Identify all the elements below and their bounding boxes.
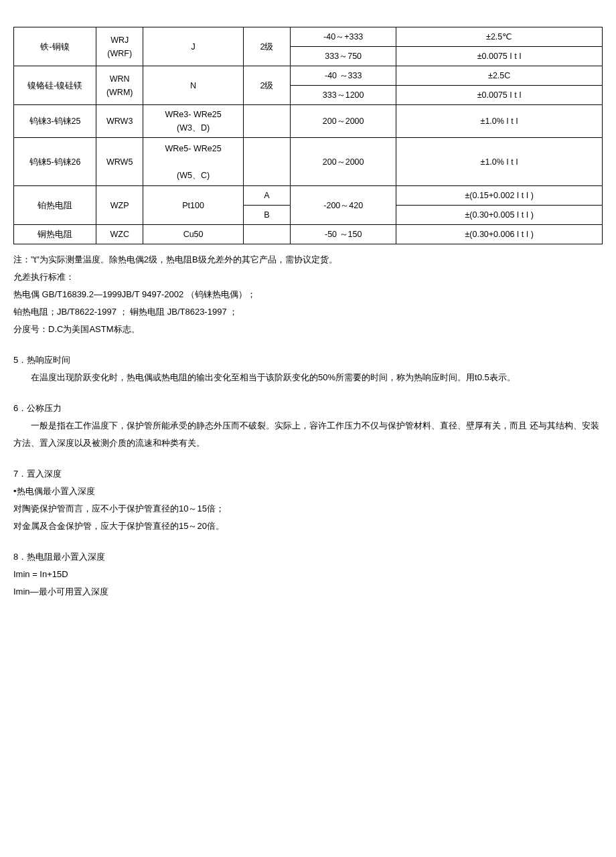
- cell-model: WRN (WRM): [96, 66, 143, 105]
- table-row: 铜热电阻 WZC Cu50 -50 ～150 ±(0.30+0.006 I t …: [14, 225, 603, 244]
- cell-grade: A: [243, 186, 290, 206]
- cell-grade: 2级: [243, 27, 290, 66]
- cell-name: 铁-铜镍: [14, 27, 96, 66]
- section-line: 对金属及合金保护管，应大于保护管直径的15～20倍。: [13, 518, 603, 535]
- cell-range: -200～420: [291, 186, 396, 225]
- spec-table: 铁-铜镍 WRJ (WRF) J 2级 -40～+333 ±2.5℃ 333～7…: [13, 27, 603, 244]
- section-body: 一般是指在工作温度下，保护管所能承受的静态外压而不破裂。实际上，容许工作压力不仅…: [13, 417, 603, 452]
- cell-grade: [243, 138, 290, 186]
- section-7: 7．置入深度 •热电偶最小置入深度 对陶瓷保护管而言，应不小于保护管直径的10～…: [13, 465, 603, 535]
- cell-tol: ±(0.30+0.006 I t I ): [396, 225, 603, 244]
- section-8: 8．热电阻最小置入深度 Imin = In+15D Imin—最小可用置入深度: [13, 548, 603, 601]
- table-row: 铁-铜镍 WRJ (WRF) J 2级 -40～+333 ±2.5℃: [14, 27, 603, 47]
- table-row: 钨铼3-钨铼25 WRW3 WRe3- WRe25 (W3、D) 200～200…: [14, 105, 603, 138]
- cell-tol: ±0.0075 I t I: [396, 47, 603, 66]
- note-line: 铂热电阻；JB/T8622-1997 ； 铜热电阻 JB/T8623-1997 …: [13, 303, 603, 321]
- table-row: 铂热电阻 WZP Pt100 A -200～420 ±(0.15+0.002 I…: [14, 186, 603, 206]
- cell-name: 铂热电阻: [14, 186, 96, 225]
- cell-tol: ±1.0% I t I: [396, 138, 603, 186]
- cell-grad: J: [143, 27, 243, 66]
- cell-grad: WRe3- WRe25 (W3、D): [143, 105, 243, 138]
- cell-model: WRW3: [96, 105, 143, 138]
- cell-range: 200～2000: [291, 105, 396, 138]
- table-row: 镍铬硅-镍硅镁 WRN (WRM) N 2级 -40 ～333 ±2.5C: [14, 66, 603, 86]
- cell-tol: ±1.0% I t I: [396, 105, 603, 138]
- table-row: 钨铼5-钨铼26 WRW5 WRe5- WRe25 (W5、C) 200～200…: [14, 138, 603, 186]
- cell-range: -40～+333: [291, 27, 396, 47]
- note-line: 注："t"为实际测量温度。除热电偶2级，热电阻B级允差外的其它产品，需协议定货。: [13, 251, 603, 268]
- cell-name: 铜热电阻: [14, 225, 96, 244]
- section-line: 对陶瓷保护管而言，应不小于保护管直径的10～15倍；: [13, 500, 603, 518]
- section-line: Imin = In+15D: [13, 566, 603, 583]
- section-line: Imin—最小可用置入深度: [13, 583, 603, 601]
- cell-tol: ±2.5℃: [396, 27, 603, 47]
- section-sub: •热电偶最小置入深度: [13, 483, 603, 500]
- section-title: 7．置入深度: [13, 465, 603, 483]
- cell-tol: ±0.0075 I t I: [396, 86, 603, 105]
- section-title: 5．热响应时间: [13, 352, 603, 369]
- cell-grade: [243, 225, 290, 244]
- cell-model: WRJ (WRF): [96, 27, 143, 66]
- cell-range: -40 ～333: [291, 66, 396, 86]
- cell-tol: ±(0.30+0.005 I t I ): [396, 206, 603, 225]
- cell-name: 钨铼5-钨铼26: [14, 138, 96, 186]
- cell-model: WRW5: [96, 138, 143, 186]
- cell-range: 200～2000: [291, 138, 396, 186]
- section-6: 6．公称压力 一般是指在工作温度下，保护管所能承受的静态外压而不破裂。实际上，容…: [13, 400, 603, 452]
- cell-grad: Cu50: [143, 225, 243, 244]
- notes-block: 注："t"为实际测量温度。除热电偶2级，热电阻B级允差外的其它产品，需协议定货。…: [13, 251, 603, 338]
- cell-range: 333～750: [291, 47, 396, 66]
- section-title: 8．热电阻最小置入深度: [13, 548, 603, 566]
- cell-name: 钨铼3-钨铼25: [14, 105, 96, 138]
- section-body: 在温度出现阶跃变化时，热电偶或热电阻的输出变化至相当于该阶跃变化的50%所需要的…: [13, 369, 603, 386]
- cell-grade: 2级: [243, 66, 290, 105]
- cell-range: 333～1200: [291, 86, 396, 105]
- section-5: 5．热响应时间 在温度出现阶跃变化时，热电偶或热电阻的输出变化至相当于该阶跃变化…: [13, 352, 603, 386]
- cell-grad: WRe5- WRe25 (W5、C): [143, 138, 243, 186]
- cell-grade: B: [243, 206, 290, 225]
- cell-model: WZC: [96, 225, 143, 244]
- note-line: 分度号：D.C为美国ASTM标志。: [13, 321, 603, 338]
- section-title: 6．公称压力: [13, 400, 603, 417]
- cell-grad: N: [143, 66, 243, 105]
- cell-grade: [243, 105, 290, 138]
- cell-model: WZP: [96, 186, 143, 225]
- cell-name: 镍铬硅-镍硅镁: [14, 66, 96, 105]
- cell-tol: ±(0.15+0.002 I t I ): [396, 186, 603, 206]
- cell-range: -50 ～150: [291, 225, 396, 244]
- cell-grad: Pt100: [143, 186, 243, 225]
- note-line: 允差执行标准：: [13, 268, 603, 286]
- cell-tol: ±2.5C: [396, 66, 603, 86]
- note-line: 热电偶 GB/T16839.2—1999JB/T 9497-2002 （钨铼热电…: [13, 286, 603, 303]
